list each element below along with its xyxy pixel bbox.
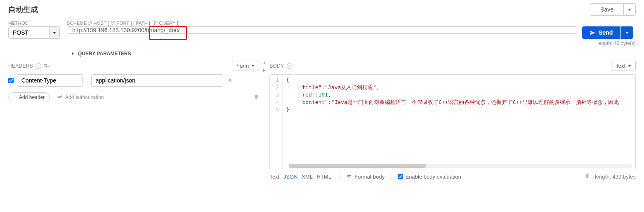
add-header-label: Add header [19, 94, 45, 100]
line-number: 5 [276, 106, 279, 113]
caret-down-icon [53, 32, 56, 34]
divider: | [340, 174, 341, 180]
url-length-text: length: 40 byte(s) [8, 40, 636, 46]
header-row: : × [8, 74, 259, 87]
line-number: 1 [276, 76, 279, 84]
code-token: } [286, 106, 289, 113]
send-icon [590, 30, 595, 35]
code-token: : [321, 84, 325, 90]
code-token: "red" [299, 92, 315, 98]
query-parameters-label: QUERY PARAMETERS [78, 51, 131, 57]
code-token: "Java是一门面向对象编程语言，不仅吸收了C++语言的各种优点，还摒弃了C++… [331, 99, 619, 105]
body-editor[interactable]: 1 2 3 4 5 { "title":"Java从入门到精通", "red":… [269, 74, 636, 169]
caret-down-icon [628, 65, 631, 67]
format-text-tab[interactable]: Text [269, 174, 279, 180]
help-icon[interactable]: ? [35, 63, 41, 69]
code-token: : [315, 92, 318, 98]
save-dropdown-button[interactable] [623, 3, 636, 16]
save-button[interactable]: Save [590, 3, 624, 16]
body-mode-label: Text [616, 63, 625, 69]
caret-down-icon [625, 32, 629, 34]
plus-icon: + [14, 94, 17, 100]
panel-divider[interactable] [263, 61, 265, 180]
clear-headers-button[interactable] [254, 94, 259, 101]
body-mode-dropdown[interactable]: Text [611, 61, 636, 71]
code-token: : [328, 99, 331, 105]
trash-icon [585, 173, 590, 179]
editor-hscroll-thumb[interactable] [289, 164, 426, 168]
editor-code[interactable]: { "title":"Java从入门到精通", "red":101, "cont… [283, 75, 635, 169]
send-button[interactable]: Send [582, 26, 620, 39]
body-format-tabs: Text JSON XML HTML [269, 174, 334, 180]
url-input[interactable]: http://139.196.183.130:9200/bntang/_doc/ [67, 26, 577, 34]
add-header-button[interactable]: + Add header [8, 92, 50, 102]
method-input[interactable] [8, 26, 50, 39]
code-token: 101 [318, 92, 328, 98]
help-icon[interactable]: ? [287, 63, 293, 69]
code-token: "title" [299, 84, 322, 90]
code-token: "Java从入门到精通" [325, 84, 376, 90]
line-number: 3 [276, 91, 279, 99]
code-token: , [328, 92, 331, 98]
url-text-prefix: http://139.196.183.130:9200 [72, 27, 144, 33]
format-xml-tab[interactable]: XML [302, 174, 313, 180]
line-number: 2 [276, 84, 279, 91]
header-enabled-checkbox[interactable] [8, 78, 14, 83]
headers-title-text: HEADERS [8, 63, 33, 69]
collapse-right-icon[interactable] [263, 69, 265, 72]
body-length-text: length: 439 bytes [595, 174, 636, 180]
enable-eval-toggle[interactable]: Enable body evaluation [398, 174, 461, 180]
key-icon [57, 95, 63, 100]
send-dropdown-button[interactable] [621, 26, 633, 39]
add-authorization-button[interactable]: Add authorization [57, 94, 104, 100]
editor-gutter: 1 2 3 4 5 [270, 75, 283, 169]
line-number: 4 [276, 99, 279, 106]
header-name-input[interactable] [17, 74, 83, 87]
format-body-button[interactable]: Format body [347, 174, 385, 180]
method-dropdown-button[interactable] [49, 26, 60, 39]
caret-down-icon [251, 65, 255, 67]
divider: | [390, 174, 392, 180]
collapse-left-icon[interactable] [263, 61, 265, 65]
headers-form-dropdown[interactable]: Form [232, 61, 259, 71]
align-icon [347, 174, 352, 179]
header-colon: : [86, 78, 88, 84]
send-button-label: Send [599, 29, 613, 36]
editor-hscrollbar[interactable] [289, 164, 632, 168]
header-remove-button[interactable]: × [226, 77, 234, 84]
caret-down-icon [628, 9, 631, 11]
headers-form-label: Form [236, 63, 249, 69]
query-parameters-toggle[interactable]: QUERY PARAMETERS [72, 51, 131, 57]
enable-eval-label: Enable body evaluation [406, 174, 461, 180]
url-text-highlight: /bntang/_doc/ [144, 27, 179, 33]
code-token: "content" [299, 99, 328, 105]
body-title-text: BODY [269, 63, 284, 69]
format-body-label: Format body [354, 174, 385, 180]
add-authorization-label: Add authorization [65, 94, 104, 100]
page-title: 自动生成 [8, 5, 38, 14]
trash-icon [254, 94, 259, 99]
format-json-tab[interactable]: JSON [283, 174, 298, 180]
sort-icon[interactable]: ⇅Z [44, 63, 50, 68]
headers-title: HEADERS ? ⇅Z [8, 63, 50, 69]
caret-right-icon [72, 52, 74, 55]
code-token: { [286, 77, 289, 83]
header-value-input[interactable] [91, 74, 223, 87]
save-group: Save [590, 3, 636, 16]
enable-eval-checkbox[interactable] [398, 174, 403, 179]
format-html-tab[interactable]: HTML [317, 174, 331, 180]
method-label: METHOD [8, 21, 62, 26]
body-title: BODY ? [269, 63, 292, 69]
clear-body-button[interactable] [585, 173, 590, 180]
scheme-label: SCHEME :// HOST [ ":" PORT ] [ PATH [ "?… [67, 21, 577, 26]
code-token: , [376, 84, 380, 90]
